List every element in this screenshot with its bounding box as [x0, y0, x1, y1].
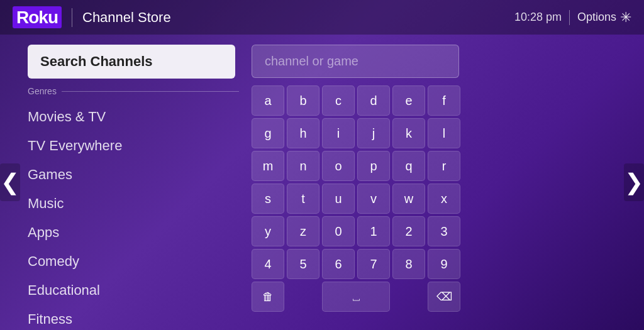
left-nav-arrow[interactable]: ❮	[0, 163, 20, 201]
key-6[interactable]: 6	[322, 249, 355, 279]
key-v[interactable]: v	[357, 184, 390, 214]
sidebar: Search Channels Genres Movies & TV TV Ev…	[0, 35, 245, 330]
key-x[interactable]: x	[428, 184, 460, 214]
search-input[interactable]: channel or game	[252, 45, 459, 78]
key-f[interactable]: f	[428, 85, 460, 116]
clock: 10:28 pm	[514, 11, 562, 24]
key-i[interactable]: i	[322, 118, 355, 148]
sidebar-item-music[interactable]: Music	[28, 189, 245, 218]
key-a[interactable]: a	[252, 85, 284, 116]
keyboard-grid: abcdefghijklmnopqrstuvwxyz0123456789🗑⎵⌫	[252, 85, 631, 314]
options-button[interactable]: Options ✳	[577, 9, 631, 26]
key-4[interactable]: 4	[252, 249, 284, 279]
key-2[interactable]: 2	[392, 216, 425, 246]
main-content: ❮ Search Channels Genres Movies & TV TV …	[0, 35, 644, 330]
key-c[interactable]: c	[322, 85, 355, 116]
key-q[interactable]: q	[392, 151, 425, 181]
key-o[interactable]: o	[322, 151, 355, 181]
key-d[interactable]: d	[357, 85, 390, 116]
header-divider	[72, 8, 72, 27]
key-t[interactable]: t	[287, 184, 319, 214]
key-w[interactable]: w	[392, 184, 425, 214]
key-k[interactable]: k	[392, 118, 425, 148]
sidebar-item-movies-tv[interactable]: Movies & TV	[28, 102, 245, 131]
search-channels-item[interactable]: Search Channels	[28, 45, 235, 79]
key-9[interactable]: 9	[428, 249, 460, 279]
key-r[interactable]: r	[428, 151, 460, 181]
key-8[interactable]: 8	[392, 249, 425, 279]
key-l[interactable]: l	[428, 118, 460, 148]
key-u[interactable]: u	[322, 184, 355, 214]
key-p[interactable]: p	[357, 151, 390, 181]
key-1[interactable]: 1	[357, 216, 390, 246]
key-3[interactable]: 3	[428, 216, 460, 246]
keyboard-area: channel or game abcdefghijklmnopqrstuvwx…	[245, 35, 644, 330]
sidebar-item-fitness[interactable]: Fitness	[28, 305, 245, 330]
key-s[interactable]: s	[252, 184, 284, 214]
sidebar-item-educational[interactable]: Educational	[28, 276, 245, 305]
key-n[interactable]: n	[287, 151, 319, 181]
roku-logo: Roku	[13, 8, 62, 28]
key-delete[interactable]: 🗑	[252, 282, 284, 312]
key-m[interactable]: m	[252, 151, 284, 181]
header-right: 10:28 pm Options ✳	[514, 9, 631, 26]
key-y[interactable]: y	[252, 216, 284, 246]
key-0[interactable]: 0	[322, 216, 355, 246]
key-5[interactable]: 5	[287, 249, 319, 279]
key-backspace[interactable]: ⌫	[428, 282, 460, 312]
right-nav-arrow[interactable]: ❯	[624, 163, 644, 201]
key-empty2	[392, 282, 425, 312]
key-empty1	[287, 282, 319, 312]
key-e[interactable]: e	[392, 85, 425, 116]
key-h[interactable]: h	[287, 118, 319, 148]
sidebar-item-comedy[interactable]: Comedy	[28, 247, 245, 276]
options-icon: ✳	[620, 9, 631, 26]
sidebar-item-games[interactable]: Games	[28, 160, 245, 189]
header-title: Channel Store	[82, 9, 171, 26]
header: Roku Channel Store 10:28 pm Options ✳	[0, 0, 644, 35]
key-g[interactable]: g	[252, 118, 284, 148]
key-space[interactable]: ⎵	[322, 282, 390, 312]
key-z[interactable]: z	[287, 216, 319, 246]
key-j[interactable]: j	[357, 118, 390, 148]
options-label: Options	[577, 11, 616, 24]
key-b[interactable]: b	[287, 85, 319, 116]
header-divider2	[569, 10, 570, 25]
genres-label: Genres	[28, 86, 245, 96]
sidebar-item-apps[interactable]: Apps	[28, 218, 245, 247]
sidebar-item-tv-everywhere[interactable]: TV Everywhere	[28, 131, 245, 160]
key-7[interactable]: 7	[357, 249, 390, 279]
